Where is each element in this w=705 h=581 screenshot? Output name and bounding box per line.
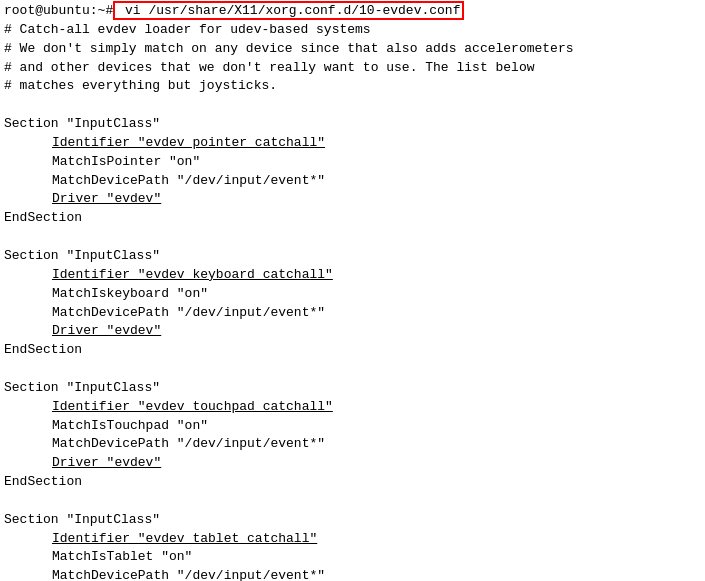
comment-line-3: # and other devices that we don't really… bbox=[4, 59, 701, 78]
section-3-matchdevicepath: MatchDevicePath "/dev/input/event*" bbox=[4, 435, 701, 454]
section-2-identifier: Identifier "evdev keyboard catchall" bbox=[4, 266, 701, 285]
section-3-driver: Driver "evdev" bbox=[4, 454, 701, 473]
section-2-matchiskeyboard: MatchIskeyboard "on" bbox=[4, 285, 701, 304]
section-3-start: Section "InputClass" bbox=[4, 379, 701, 398]
comment-line-4: # matches everything but joysticks. bbox=[4, 77, 701, 96]
identifier-text-2: Identifier "evdev keyboard catchall" bbox=[52, 267, 333, 282]
section-4-start: Section "InputClass" bbox=[4, 511, 701, 530]
section-4-matchdevicepath: MatchDevicePath "/dev/input/event*" bbox=[4, 567, 701, 581]
section-1-matchispointer: MatchIsPointer "on" bbox=[4, 153, 701, 172]
driver-text-2: Driver "evdev" bbox=[52, 323, 161, 338]
blank-line-4 bbox=[4, 492, 701, 511]
section-2-driver: Driver "evdev" bbox=[4, 322, 701, 341]
section-1-end: EndSection bbox=[4, 209, 701, 228]
section-3-identifier: Identifier "evdev touchpad catchall" bbox=[4, 398, 701, 417]
section-1-start: Section "InputClass" bbox=[4, 115, 701, 134]
section-2-end: EndSection bbox=[4, 341, 701, 360]
terminal-window: root@ubuntu:~# vi /usr/share/X11/xorg.co… bbox=[0, 0, 705, 581]
identifier-text-4: Identifier "evdev tablet catchall" bbox=[52, 531, 317, 546]
command-box: vi /usr/share/X11/xorg.conf.d/10-evdev.c… bbox=[113, 1, 464, 20]
section-2-matchdevicepath: MatchDevicePath "/dev/input/event*" bbox=[4, 304, 701, 323]
section-1-driver: Driver "evdev" bbox=[4, 190, 701, 209]
section-4-matchistablet: MatchIsTablet "on" bbox=[4, 548, 701, 567]
prompt-line: root@ubuntu:~# vi /usr/share/X11/xorg.co… bbox=[4, 2, 701, 21]
section-4-identifier: Identifier "evdev tablet catchall" bbox=[4, 530, 701, 549]
blank-line-3 bbox=[4, 360, 701, 379]
identifier-text-1: Identifier "evdev pointer catchall" bbox=[52, 135, 325, 150]
comment-line-1: # Catch-all evdev loader for udev-based … bbox=[4, 21, 701, 40]
blank-line-1 bbox=[4, 96, 701, 115]
identifier-text-3: Identifier "evdev touchpad catchall" bbox=[52, 399, 333, 414]
prompt-text: root@ubuntu:~# bbox=[4, 3, 113, 18]
comment-line-2: # We don't simply match on any device si… bbox=[4, 40, 701, 59]
section-3-end: EndSection bbox=[4, 473, 701, 492]
section-3-matchistouchpad: MatchIsTouchpad "on" bbox=[4, 417, 701, 436]
driver-text-3: Driver "evdev" bbox=[52, 455, 161, 470]
section-1-identifier: Identifier "evdev pointer catchall" bbox=[4, 134, 701, 153]
section-1-matchdevicepath: MatchDevicePath "/dev/input/event*" bbox=[4, 172, 701, 191]
driver-text-1: Driver "evdev" bbox=[52, 191, 161, 206]
blank-line-2 bbox=[4, 228, 701, 247]
section-2-start: Section "InputClass" bbox=[4, 247, 701, 266]
